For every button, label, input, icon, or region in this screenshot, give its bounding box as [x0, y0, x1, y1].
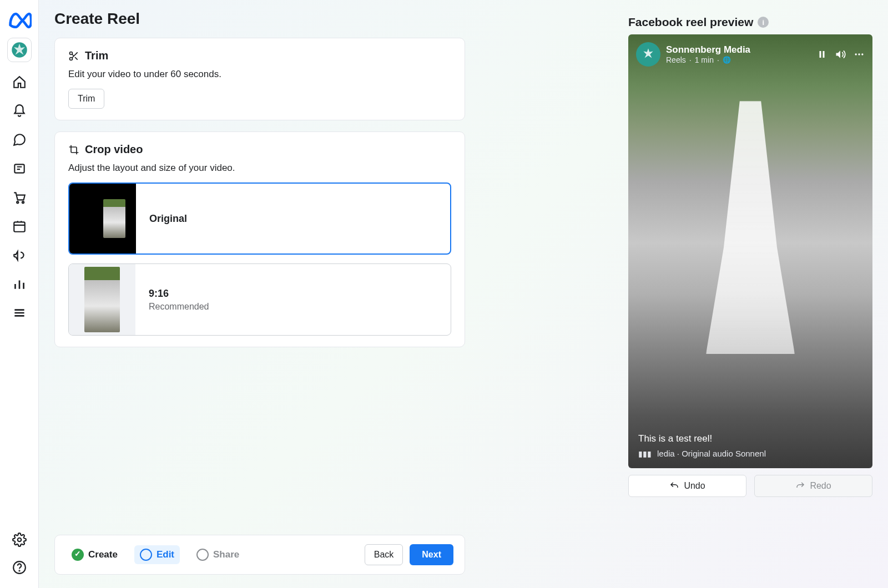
waterfall-graphic	[706, 101, 795, 367]
volume-icon[interactable]	[835, 49, 846, 60]
svg-point-13	[858, 53, 860, 55]
crop-option-916[interactable]: 9:16 Recommended	[68, 263, 451, 336]
info-icon[interactable]: i	[758, 17, 769, 28]
check-icon	[72, 549, 84, 561]
crop-tag: Recommended	[149, 302, 209, 312]
svg-point-3	[22, 201, 23, 203]
step-create[interactable]: Create	[66, 545, 123, 564]
insights-icon[interactable]	[12, 276, 27, 292]
calendar-icon[interactable]	[12, 219, 27, 234]
trim-card: Trim Edit your video to under 60 seconds…	[54, 38, 465, 120]
next-button[interactable]: Next	[410, 544, 453, 565]
preview-audio[interactable]: ▮▮▮ ledia · Original audio Sonnenl	[638, 449, 862, 458]
svg-point-7	[19, 570, 19, 571]
crop-label: Original	[149, 213, 187, 225]
trim-title: Trim	[85, 49, 108, 62]
preview-avatar[interactable]	[636, 42, 660, 67]
svg-point-14	[861, 53, 863, 55]
menu-icon[interactable]	[12, 305, 27, 321]
circle-icon	[140, 549, 152, 561]
globe-icon: 🌐	[723, 56, 731, 64]
preview-caption: This is a test reel!	[638, 433, 862, 444]
circle-icon	[196, 549, 209, 561]
crop-description: Adjust the layout and size of your video…	[68, 163, 451, 174]
crop-thumb-original	[69, 184, 136, 254]
trim-description: Edit your video to under 60 seconds.	[68, 69, 451, 80]
megaphone-icon[interactable]	[12, 247, 27, 263]
svg-point-8	[70, 52, 73, 54]
pause-icon[interactable]	[817, 49, 827, 59]
svg-point-5	[17, 538, 21, 542]
scissors-icon	[68, 50, 79, 62]
step-edit[interactable]: Edit	[134, 545, 180, 564]
preview-profile-name[interactable]: Sonnenberg Media	[666, 44, 750, 55]
meta-logo[interactable]	[7, 8, 32, 32]
svg-point-12	[855, 53, 857, 55]
post-icon[interactable]	[12, 161, 27, 176]
crop-option-original[interactable]: Original	[68, 183, 451, 255]
stepper-footer: Create Edit Share Back Next	[54, 535, 465, 575]
back-button[interactable]: Back	[365, 544, 403, 565]
audio-icon: ▮▮▮	[638, 449, 652, 458]
undo-button[interactable]: Undo	[628, 475, 746, 497]
crop-label: 9:16	[149, 288, 209, 300]
crop-title: Crop video	[85, 143, 143, 156]
svg-rect-11	[823, 51, 825, 58]
crop-card: Crop video Adjust the layout and size of…	[54, 131, 465, 347]
svg-point-9	[70, 57, 73, 60]
preview-meta: Reels · 1 min · 🌐	[666, 55, 750, 64]
step-share[interactable]: Share	[191, 545, 245, 564]
reel-preview: Sonnenberg Media Reels · 1 min · 🌐	[628, 34, 872, 468]
svg-rect-10	[820, 51, 821, 58]
svg-rect-4	[14, 222, 25, 231]
chat-icon[interactable]	[12, 132, 27, 148]
svg-point-2	[17, 201, 18, 203]
preview-title: Facebook reel preview	[628, 16, 753, 29]
page-title: Create Reel	[54, 10, 465, 28]
settings-icon[interactable]	[12, 533, 27, 547]
page-avatar[interactable]	[7, 38, 32, 62]
home-icon[interactable]	[12, 74, 27, 90]
crop-thumb-916	[69, 264, 135, 335]
bell-icon[interactable]	[12, 103, 27, 119]
help-icon[interactable]	[12, 560, 27, 575]
redo-button: Redo	[754, 475, 872, 497]
sidebar	[0, 0, 39, 588]
trim-button[interactable]: Trim	[68, 89, 104, 109]
crop-icon	[68, 144, 79, 155]
more-icon[interactable]	[854, 49, 865, 60]
cart-icon[interactable]	[12, 190, 27, 205]
